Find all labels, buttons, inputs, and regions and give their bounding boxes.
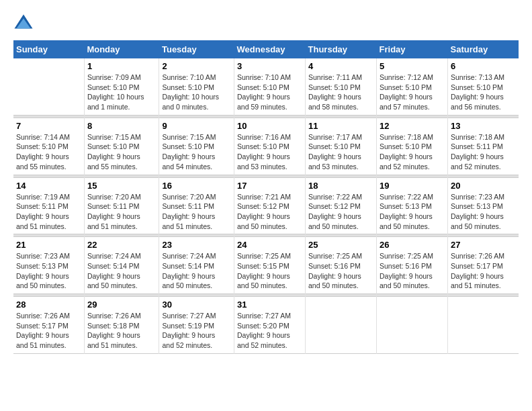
day-number: 23 <box>162 240 231 250</box>
day-number: 11 <box>308 121 373 131</box>
day-number: 21 <box>16 240 81 250</box>
day-number: 4 <box>308 61 373 71</box>
day-number: 6 <box>451 61 516 71</box>
calendar-cell <box>448 297 519 354</box>
day-number: 19 <box>380 181 445 191</box>
logo-icon <box>13 13 34 34</box>
calendar-cell <box>306 297 377 354</box>
calendar-cell: 17Sunrise: 7:21 AM Sunset: 5:12 PM Dayli… <box>234 177 306 234</box>
day-info: Sunrise: 7:27 AM Sunset: 5:20 PM Dayligh… <box>237 311 302 351</box>
calendar-cell: 25Sunrise: 7:25 AM Sunset: 5:16 PM Dayli… <box>306 237 377 294</box>
weekday-header-sunday: Sunday <box>13 40 84 58</box>
day-info: Sunrise: 7:15 AM Sunset: 5:10 PM Dayligh… <box>162 132 231 172</box>
day-info: Sunrise: 7:09 AM Sunset: 5:10 PM Dayligh… <box>87 73 157 112</box>
calendar-cell: 26Sunrise: 7:25 AM Sunset: 5:16 PM Dayli… <box>377 237 448 294</box>
day-number: 1 <box>87 61 157 71</box>
calendar-cell: 30Sunrise: 7:27 AM Sunset: 5:19 PM Dayli… <box>159 297 234 354</box>
calendar-cell: 11Sunrise: 7:17 AM Sunset: 5:10 PM Dayli… <box>306 118 377 175</box>
week-row-4: 21Sunrise: 7:23 AM Sunset: 5:13 PM Dayli… <box>13 237 519 294</box>
day-number: 9 <box>162 121 231 131</box>
day-number: 5 <box>380 61 445 71</box>
calendar-cell <box>13 58 84 115</box>
day-info: Sunrise: 7:26 AM Sunset: 5:17 PM Dayligh… <box>451 251 516 291</box>
day-info: Sunrise: 7:12 AM Sunset: 5:10 PM Dayligh… <box>380 73 445 112</box>
day-info: Sunrise: 7:23 AM Sunset: 5:13 PM Dayligh… <box>16 251 81 291</box>
weekday-header-saturday: Saturday <box>448 40 519 58</box>
day-info: Sunrise: 7:14 AM Sunset: 5:10 PM Dayligh… <box>16 132 81 172</box>
day-number: 15 <box>87 181 157 191</box>
day-number: 3 <box>237 61 302 71</box>
day-number: 30 <box>162 300 231 310</box>
calendar-cell: 20Sunrise: 7:23 AM Sunset: 5:13 PM Dayli… <box>448 177 519 234</box>
week-row-5: 28Sunrise: 7:26 AM Sunset: 5:17 PM Dayli… <box>13 297 519 354</box>
day-number: 29 <box>87 300 157 310</box>
day-number: 26 <box>380 240 445 250</box>
weekday-header-monday: Monday <box>84 40 159 58</box>
day-number: 10 <box>237 121 302 131</box>
page-header <box>13 13 519 34</box>
calendar-cell: 4Sunrise: 7:11 AM Sunset: 5:10 PM Daylig… <box>306 58 377 115</box>
calendar-cell: 13Sunrise: 7:18 AM Sunset: 5:11 PM Dayli… <box>448 118 519 175</box>
calendar-cell: 10Sunrise: 7:16 AM Sunset: 5:10 PM Dayli… <box>234 118 306 175</box>
day-info: Sunrise: 7:23 AM Sunset: 5:13 PM Dayligh… <box>451 192 516 232</box>
weekday-header-tuesday: Tuesday <box>159 40 234 58</box>
day-number: 27 <box>451 240 516 250</box>
day-info: Sunrise: 7:10 AM Sunset: 5:10 PM Dayligh… <box>237 73 302 112</box>
day-info: Sunrise: 7:16 AM Sunset: 5:10 PM Dayligh… <box>237 132 302 172</box>
calendar-cell: 8Sunrise: 7:15 AM Sunset: 5:10 PM Daylig… <box>84 118 159 175</box>
day-number: 20 <box>451 181 516 191</box>
day-number: 12 <box>380 121 445 131</box>
day-info: Sunrise: 7:10 AM Sunset: 5:10 PM Dayligh… <box>162 73 231 112</box>
calendar-cell: 3Sunrise: 7:10 AM Sunset: 5:10 PM Daylig… <box>234 58 306 115</box>
day-info: Sunrise: 7:11 AM Sunset: 5:10 PM Dayligh… <box>308 73 373 112</box>
calendar-cell: 23Sunrise: 7:24 AM Sunset: 5:14 PM Dayli… <box>159 237 234 294</box>
week-row-3: 14Sunrise: 7:19 AM Sunset: 5:11 PM Dayli… <box>13 177 519 234</box>
calendar-cell: 1Sunrise: 7:09 AM Sunset: 5:10 PM Daylig… <box>84 58 159 115</box>
calendar-cell: 15Sunrise: 7:20 AM Sunset: 5:11 PM Dayli… <box>84 177 159 234</box>
day-number: 17 <box>237 181 302 191</box>
calendar-cell: 24Sunrise: 7:25 AM Sunset: 5:15 PM Dayli… <box>234 237 306 294</box>
day-info: Sunrise: 7:22 AM Sunset: 5:12 PM Dayligh… <box>308 192 373 232</box>
calendar-cell: 2Sunrise: 7:10 AM Sunset: 5:10 PM Daylig… <box>159 58 234 115</box>
day-info: Sunrise: 7:20 AM Sunset: 5:11 PM Dayligh… <box>87 192 157 232</box>
calendar-cell: 9Sunrise: 7:15 AM Sunset: 5:10 PM Daylig… <box>159 118 234 175</box>
calendar-cell: 28Sunrise: 7:26 AM Sunset: 5:17 PM Dayli… <box>13 297 84 354</box>
day-number: 18 <box>308 181 373 191</box>
calendar-cell: 16Sunrise: 7:20 AM Sunset: 5:11 PM Dayli… <box>159 177 234 234</box>
calendar-cell: 22Sunrise: 7:24 AM Sunset: 5:14 PM Dayli… <box>84 237 159 294</box>
day-info: Sunrise: 7:17 AM Sunset: 5:10 PM Dayligh… <box>308 132 373 172</box>
day-info: Sunrise: 7:24 AM Sunset: 5:14 PM Dayligh… <box>87 251 157 291</box>
day-number: 16 <box>162 181 231 191</box>
day-info: Sunrise: 7:21 AM Sunset: 5:12 PM Dayligh… <box>237 192 302 232</box>
calendar-cell: 27Sunrise: 7:26 AM Sunset: 5:17 PM Dayli… <box>448 237 519 294</box>
day-info: Sunrise: 7:26 AM Sunset: 5:17 PM Dayligh… <box>16 311 81 351</box>
calendar-cell: 6Sunrise: 7:13 AM Sunset: 5:10 PM Daylig… <box>448 58 519 115</box>
day-number: 8 <box>87 121 157 131</box>
calendar-cell: 31Sunrise: 7:27 AM Sunset: 5:20 PM Dayli… <box>234 297 306 354</box>
calendar-cell: 18Sunrise: 7:22 AM Sunset: 5:12 PM Dayli… <box>306 177 377 234</box>
calendar-cell: 29Sunrise: 7:26 AM Sunset: 5:18 PM Dayli… <box>84 297 159 354</box>
day-info: Sunrise: 7:13 AM Sunset: 5:10 PM Dayligh… <box>451 73 516 112</box>
calendar-cell: 21Sunrise: 7:23 AM Sunset: 5:13 PM Dayli… <box>13 237 84 294</box>
day-info: Sunrise: 7:22 AM Sunset: 5:13 PM Dayligh… <box>380 192 445 232</box>
weekday-header-row: SundayMondayTuesdayWednesdayThursdayFrid… <box>13 40 519 58</box>
day-number: 22 <box>87 240 157 250</box>
day-info: Sunrise: 7:20 AM Sunset: 5:11 PM Dayligh… <box>162 192 231 232</box>
calendar-cell: 12Sunrise: 7:18 AM Sunset: 5:10 PM Dayli… <box>377 118 448 175</box>
day-info: Sunrise: 7:18 AM Sunset: 5:11 PM Dayligh… <box>451 132 516 172</box>
day-info: Sunrise: 7:25 AM Sunset: 5:16 PM Dayligh… <box>380 251 445 291</box>
day-number: 14 <box>16 181 81 191</box>
day-number: 28 <box>16 300 81 310</box>
weekday-header-friday: Friday <box>377 40 448 58</box>
week-row-1: 1Sunrise: 7:09 AM Sunset: 5:10 PM Daylig… <box>13 58 519 115</box>
weekday-header-thursday: Thursday <box>306 40 377 58</box>
calendar-cell: 5Sunrise: 7:12 AM Sunset: 5:10 PM Daylig… <box>377 58 448 115</box>
day-info: Sunrise: 7:27 AM Sunset: 5:19 PM Dayligh… <box>162 311 231 351</box>
week-row-2: 7Sunrise: 7:14 AM Sunset: 5:10 PM Daylig… <box>13 118 519 175</box>
day-info: Sunrise: 7:25 AM Sunset: 5:16 PM Dayligh… <box>308 251 373 291</box>
day-info: Sunrise: 7:19 AM Sunset: 5:11 PM Dayligh… <box>16 192 81 232</box>
day-number: 25 <box>308 240 373 250</box>
day-info: Sunrise: 7:25 AM Sunset: 5:15 PM Dayligh… <box>237 251 302 291</box>
calendar-table: SundayMondayTuesdayWednesdayThursdayFrid… <box>13 40 519 354</box>
day-number: 2 <box>162 61 231 71</box>
